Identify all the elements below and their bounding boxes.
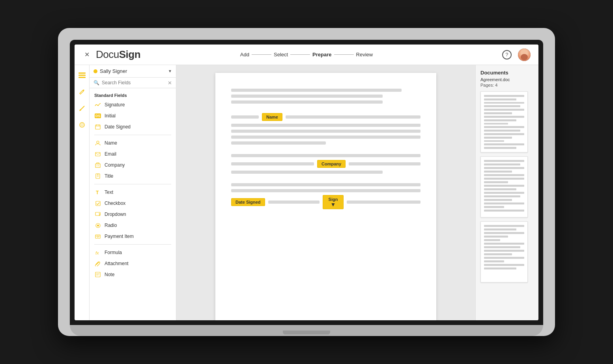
doc-area[interactable]: Name (176, 65, 475, 320)
logo: DocuSign (96, 48, 140, 61)
doc-line (231, 95, 383, 98)
field-item-email[interactable]: Email (90, 149, 176, 160)
radio-icon (94, 222, 101, 229)
field-item-radio[interactable]: Radio (90, 220, 176, 231)
payment-icon (94, 233, 101, 240)
field-label-dropdown: Dropdown (105, 212, 126, 217)
doc-line (231, 141, 326, 145)
step-line-1 (252, 54, 271, 55)
top-nav: ✕ DocuSign Add Select (75, 45, 538, 65)
doc-row-name: Name (231, 113, 421, 121)
nav-step-add[interactable]: Add (240, 52, 249, 58)
svg-rect-28 (95, 272, 100, 277)
doc-section-4: Date Signed Sign ▼ (231, 183, 421, 209)
nav-step-review[interactable]: Review (356, 52, 373, 58)
close-button[interactable]: ✕ (82, 50, 91, 59)
doc-line (231, 115, 259, 119)
avatar[interactable] (518, 48, 531, 61)
title-icon (94, 173, 101, 180)
field-label-radio: Radio (105, 223, 117, 228)
field-label-email: Email (105, 151, 116, 157)
field-item-attachment[interactable]: Attachment (90, 258, 176, 269)
doc-thumbnail-2[interactable] (480, 156, 528, 217)
svg-rect-1 (78, 75, 86, 76)
field-item-note[interactable]: Note (90, 269, 176, 280)
doc-line (349, 162, 421, 165)
company-field-tag[interactable]: Company (317, 160, 346, 168)
field-label-date-signed: Date Signed (105, 124, 131, 130)
divider-2 (94, 184, 171, 184)
fields-list: Standard Fields Signature DS (90, 88, 176, 320)
doc-line (231, 130, 421, 133)
nav-step-prepare[interactable]: Prepare (312, 52, 331, 58)
field-label-payment: Payment Item (105, 234, 134, 239)
signer-name: Sally Signer (100, 68, 166, 74)
field-item-title[interactable]: Title (90, 171, 176, 182)
field-item-company[interactable]: Company (90, 160, 176, 171)
search-input[interactable] (102, 80, 165, 85)
search-box: 🔍 ✕ (90, 78, 176, 88)
help-icon[interactable]: ? (502, 50, 512, 59)
nav-steps: Add Select Prepare Review (240, 52, 373, 58)
doc-thumbnail-3[interactable] (480, 221, 528, 282)
svg-rect-6 (95, 125, 100, 129)
signer-selector[interactable]: Sally Signer ▼ (90, 65, 176, 78)
svg-rect-0 (78, 72, 86, 74)
svg-text:T: T (96, 190, 99, 195)
doc-line (231, 100, 383, 104)
date-signed-field-tag[interactable]: Date Signed (231, 198, 265, 206)
field-item-date-signed[interactable]: Date Signed (90, 121, 176, 132)
field-item-formula[interactable]: fx Formula (90, 247, 176, 258)
name-field-tag[interactable]: Name (262, 113, 282, 121)
doc-line (231, 171, 383, 174)
laptop-base (70, 325, 543, 336)
field-label-formula: Formula (105, 250, 122, 255)
divider-1 (94, 135, 171, 135)
field-label-checkbox: Checkbox (105, 201, 125, 206)
main-layout: Sally Signer ▼ 🔍 ✕ Standard Fields (75, 65, 538, 320)
dropdown-icon (94, 211, 101, 218)
svg-rect-13 (97, 163, 99, 164)
nav-step-select[interactable]: Select (274, 52, 288, 58)
pencil-icon[interactable] (77, 103, 88, 114)
svg-rect-20 (96, 201, 100, 206)
doc-line (231, 124, 421, 127)
formula-icon: fx (94, 249, 101, 256)
search-clear-icon[interactable]: ✕ (168, 80, 172, 85)
field-item-signature[interactable]: Signature (90, 99, 176, 110)
divider-3 (94, 244, 171, 245)
signer-dot (93, 69, 97, 73)
field-label-note: Note (105, 272, 114, 277)
sign-arrow-icon: ▼ (331, 202, 336, 207)
doc-section-3: Company (231, 154, 421, 174)
doc-row-company: Company (231, 160, 421, 168)
field-label-text: Text (105, 189, 113, 195)
field-item-name[interactable]: Name (90, 137, 176, 149)
doc-row-sign: Date Signed Sign ▼ (231, 195, 421, 209)
signer-chevron-icon: ▼ (168, 69, 172, 73)
field-item-checkbox[interactable]: Checkbox (90, 198, 176, 209)
doc-line (231, 189, 421, 192)
field-item-dropdown[interactable]: Dropdown (90, 209, 176, 220)
svg-point-5 (81, 124, 83, 126)
doc-thumbnail-1[interactable] (480, 91, 528, 152)
pen-icon[interactable] (77, 86, 88, 97)
email-icon (94, 150, 101, 158)
sign-field-tag[interactable]: Sign ▼ (323, 195, 344, 209)
step-line-3 (334, 54, 354, 55)
doc-filename: Agreement.doc (480, 77, 534, 82)
attachment-icon (94, 260, 101, 267)
field-label-title: Title (105, 173, 113, 179)
svg-text:fx: fx (95, 251, 99, 255)
field-item-payment[interactable]: Payment Item (90, 231, 176, 242)
seal-icon[interactable] (77, 119, 88, 130)
checkbox-icon (94, 200, 101, 207)
initial-icon: DS (94, 112, 101, 119)
field-item-text[interactable]: T Text (90, 187, 176, 198)
doc-line (231, 183, 421, 186)
fields-panel-icon[interactable] (77, 70, 88, 81)
doc-line (347, 201, 421, 204)
docs-panel: Documents Agreement.doc Pages: 4 (475, 65, 538, 320)
field-item-initial[interactable]: DS Initial (90, 110, 176, 121)
signature-icon (94, 101, 101, 108)
